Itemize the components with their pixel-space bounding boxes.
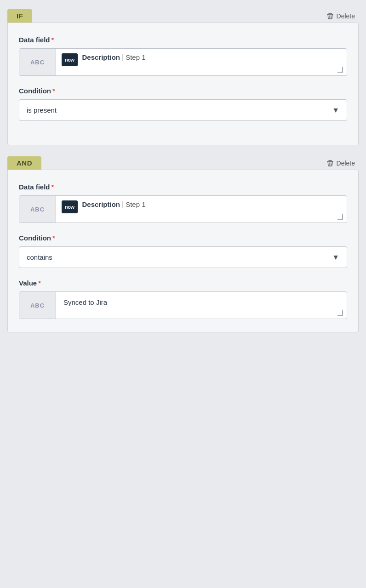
if-now-badge: now — [62, 53, 78, 66]
and-block-header: AND Delete — [7, 156, 359, 170]
trash-icon — [326, 12, 334, 20]
if-data-field-label: Data field * — [19, 36, 347, 44]
if-condition-select[interactable]: is present is not present contains does … — [19, 100, 347, 120]
if-field-name: Description — [82, 53, 120, 61]
if-field-step: Step 1 — [126, 53, 145, 61]
and-block-body: Data field * ABC now Description | Step … — [7, 170, 359, 332]
and-now-badge: now — [62, 200, 78, 213]
and-data-field-content[interactable]: now Description | Step 1 — [56, 196, 347, 223]
if-block-header: IF Delete — [7, 9, 359, 23]
if-field-separator: | — [122, 53, 124, 62]
and-condition-label: Condition * — [19, 234, 347, 242]
and-data-field-required: * — [51, 183, 54, 191]
and-data-field-input[interactable]: ABC now Description | Step 1 — [19, 195, 347, 223]
and-value-text: Synced to Jira — [63, 298, 107, 306]
if-delete-button[interactable]: Delete — [323, 11, 359, 22]
and-tag: AND — [7, 156, 41, 170]
if-block: IF Delete Data field * ABC now Descripti… — [7, 9, 359, 145]
and-value-required: * — [38, 279, 41, 287]
and-delete-button[interactable]: Delete — [323, 158, 359, 169]
and-condition-required: * — [52, 234, 55, 242]
and-field-name: Description — [82, 200, 120, 208]
if-block-body: Data field * ABC now Description | Step … — [7, 23, 359, 145]
and-field-separator: | — [122, 200, 124, 209]
and-abc-prefix: ABC — [19, 196, 56, 223]
and-value-abc-prefix: ABC — [19, 292, 56, 319]
and-value-field-input[interactable]: ABC Synced to Jira — [19, 291, 347, 319]
if-delete-label: Delete — [337, 12, 355, 20]
and-condition-select-wrapper[interactable]: is present is not present contains does … — [19, 246, 347, 268]
if-data-field-input[interactable]: ABC now Description | Step 1 — [19, 48, 347, 76]
if-data-field-required: * — [51, 36, 54, 44]
and-trash-icon — [326, 160, 334, 167]
and-condition-select[interactable]: is present is not present contains does … — [19, 247, 347, 268]
and-delete-label: Delete — [337, 160, 355, 167]
if-data-field-content[interactable]: now Description | Step 1 — [56, 49, 347, 75]
and-field-step: Step 1 — [126, 200, 145, 208]
if-abc-prefix: ABC — [19, 49, 56, 75]
if-tag: IF — [7, 9, 32, 23]
if-condition-label: Condition * — [19, 87, 347, 95]
and-value-label: Value * — [19, 279, 347, 287]
and-block: AND Delete Data field * ABC now Descript… — [7, 156, 359, 332]
and-value-field-content[interactable]: Synced to Jira — [56, 292, 347, 319]
and-data-field-label: Data field * — [19, 183, 347, 191]
if-condition-select-wrapper[interactable]: is present is not present contains does … — [19, 99, 347, 121]
if-condition-required: * — [52, 87, 55, 95]
